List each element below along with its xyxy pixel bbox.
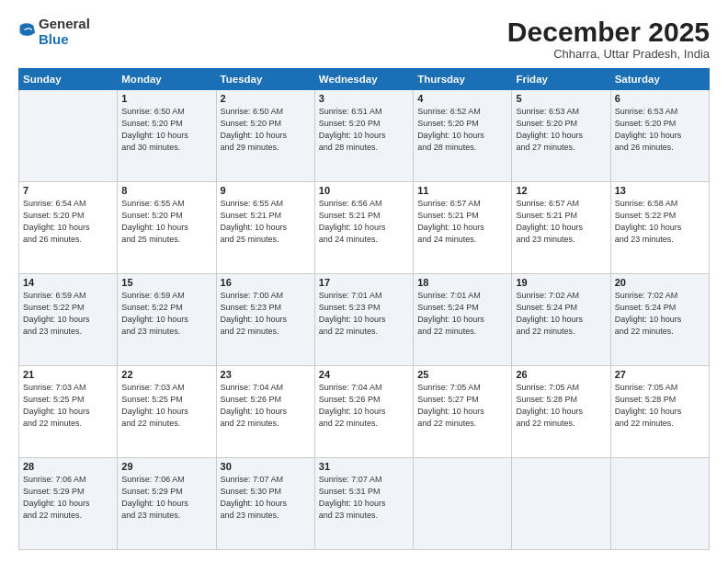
table-row: 27Sunrise: 7:05 AM Sunset: 5:28 PM Dayli… — [610, 366, 709, 458]
day-info: Sunrise: 7:06 AM Sunset: 5:29 PM Dayligh… — [121, 474, 211, 522]
day-number: 11 — [417, 185, 507, 196]
day-number: 15 — [121, 277, 211, 288]
col-sunday: Sunday — [19, 69, 118, 90]
col-tuesday: Tuesday — [216, 69, 314, 90]
day-info: Sunrise: 6:50 AM Sunset: 5:20 PM Dayligh… — [121, 106, 211, 154]
table-row: 2Sunrise: 6:50 AM Sunset: 5:20 PM Daylig… — [216, 90, 314, 182]
day-info: Sunrise: 6:50 AM Sunset: 5:20 PM Dayligh… — [221, 106, 311, 154]
day-info: Sunrise: 7:05 AM Sunset: 5:28 PM Dayligh… — [516, 382, 606, 430]
table-row: 14Sunrise: 6:59 AM Sunset: 5:22 PM Dayli… — [19, 274, 118, 366]
table-row: 18Sunrise: 7:01 AM Sunset: 5:24 PM Dayli… — [414, 274, 512, 366]
day-number: 29 — [121, 461, 211, 472]
day-number: 18 — [417, 277, 507, 288]
location-subtitle: Chharra, Uttar Pradesh, India — [507, 47, 710, 61]
logo: General Blue — [18, 17, 90, 47]
day-info: Sunrise: 6:59 AM Sunset: 5:22 PM Dayligh… — [121, 290, 211, 338]
header: General Blue December 2025 Chharra, Utta… — [18, 17, 710, 61]
day-info: Sunrise: 6:57 AM Sunset: 5:21 PM Dayligh… — [516, 198, 606, 246]
table-row: 7Sunrise: 6:54 AM Sunset: 5:20 PM Daylig… — [19, 182, 118, 274]
table-row: 28Sunrise: 7:06 AM Sunset: 5:29 PM Dayli… — [19, 458, 118, 550]
day-number: 2 — [221, 93, 311, 104]
day-info: Sunrise: 7:04 AM Sunset: 5:26 PM Dayligh… — [221, 382, 311, 430]
day-info: Sunrise: 7:01 AM Sunset: 5:23 PM Dayligh… — [319, 290, 409, 338]
day-number: 3 — [319, 93, 409, 104]
table-row: 6Sunrise: 6:53 AM Sunset: 5:20 PM Daylig… — [610, 90, 709, 182]
day-number: 1 — [121, 93, 211, 104]
day-number: 28 — [23, 461, 113, 472]
day-number: 27 — [615, 369, 705, 380]
day-info: Sunrise: 7:03 AM Sunset: 5:25 PM Dayligh… — [23, 382, 113, 430]
day-number: 9 — [221, 185, 311, 196]
col-monday: Monday — [118, 69, 216, 90]
table-row — [414, 458, 512, 550]
calendar-week-row: 21Sunrise: 7:03 AM Sunset: 5:25 PM Dayli… — [19, 366, 710, 458]
day-number: 23 — [221, 369, 311, 380]
day-info: Sunrise: 7:00 AM Sunset: 5:23 PM Dayligh… — [221, 290, 311, 338]
table-row: 26Sunrise: 7:05 AM Sunset: 5:28 PM Dayli… — [512, 366, 610, 458]
table-row: 31Sunrise: 7:07 AM Sunset: 5:31 PM Dayli… — [314, 458, 413, 550]
day-info: Sunrise: 7:03 AM Sunset: 5:25 PM Dayligh… — [121, 382, 211, 430]
header-row: Sunday Monday Tuesday Wednesday Thursday… — [19, 69, 710, 90]
day-info: Sunrise: 7:02 AM Sunset: 5:24 PM Dayligh… — [615, 290, 705, 338]
day-number: 25 — [417, 369, 507, 380]
day-info: Sunrise: 6:53 AM Sunset: 5:20 PM Dayligh… — [615, 106, 705, 154]
table-row: 30Sunrise: 7:07 AM Sunset: 5:30 PM Dayli… — [216, 458, 314, 550]
day-number: 16 — [221, 277, 311, 288]
table-row: 16Sunrise: 7:00 AM Sunset: 5:23 PM Dayli… — [216, 274, 314, 366]
day-number: 13 — [615, 185, 705, 196]
table-row: 11Sunrise: 6:57 AM Sunset: 5:21 PM Dayli… — [414, 182, 512, 274]
table-row — [610, 458, 709, 550]
day-number: 21 — [23, 369, 113, 380]
day-info: Sunrise: 6:53 AM Sunset: 5:20 PM Dayligh… — [516, 106, 606, 154]
col-wednesday: Wednesday — [314, 69, 413, 90]
table-row: 4Sunrise: 6:52 AM Sunset: 5:20 PM Daylig… — [414, 90, 512, 182]
day-number: 22 — [121, 369, 211, 380]
calendar-week-row: 7Sunrise: 6:54 AM Sunset: 5:20 PM Daylig… — [19, 182, 710, 274]
table-row: 13Sunrise: 6:58 AM Sunset: 5:22 PM Dayli… — [610, 182, 709, 274]
col-thursday: Thursday — [414, 69, 512, 90]
day-info: Sunrise: 7:04 AM Sunset: 5:26 PM Dayligh… — [319, 382, 409, 430]
title-block: December 2025 Chharra, Uttar Pradesh, In… — [507, 17, 710, 61]
day-info: Sunrise: 7:07 AM Sunset: 5:30 PM Dayligh… — [221, 474, 311, 522]
table-row: 10Sunrise: 6:56 AM Sunset: 5:21 PM Dayli… — [314, 182, 413, 274]
day-info: Sunrise: 7:05 AM Sunset: 5:28 PM Dayligh… — [615, 382, 705, 430]
day-number: 19 — [516, 277, 606, 288]
table-row: 3Sunrise: 6:51 AM Sunset: 5:20 PM Daylig… — [314, 90, 413, 182]
day-info: Sunrise: 6:58 AM Sunset: 5:22 PM Dayligh… — [615, 198, 705, 246]
logo-icon — [18, 22, 35, 42]
calendar-week-row: 14Sunrise: 6:59 AM Sunset: 5:22 PM Dayli… — [19, 274, 710, 366]
calendar-week-row: 1Sunrise: 6:50 AM Sunset: 5:20 PM Daylig… — [19, 90, 710, 182]
table-row — [512, 458, 610, 550]
day-info: Sunrise: 6:57 AM Sunset: 5:21 PM Dayligh… — [417, 198, 507, 246]
day-number: 5 — [516, 93, 606, 104]
day-number: 31 — [319, 461, 409, 472]
table-row: 23Sunrise: 7:04 AM Sunset: 5:26 PM Dayli… — [216, 366, 314, 458]
table-row: 29Sunrise: 7:06 AM Sunset: 5:29 PM Dayli… — [118, 458, 216, 550]
table-row: 20Sunrise: 7:02 AM Sunset: 5:24 PM Dayli… — [610, 274, 709, 366]
table-row: 25Sunrise: 7:05 AM Sunset: 5:27 PM Dayli… — [414, 366, 512, 458]
table-row — [19, 90, 118, 182]
col-friday: Friday — [512, 69, 610, 90]
table-row: 12Sunrise: 6:57 AM Sunset: 5:21 PM Dayli… — [512, 182, 610, 274]
table-row: 24Sunrise: 7:04 AM Sunset: 5:26 PM Dayli… — [314, 366, 413, 458]
day-info: Sunrise: 6:51 AM Sunset: 5:20 PM Dayligh… — [319, 106, 409, 154]
table-row: 19Sunrise: 7:02 AM Sunset: 5:24 PM Dayli… — [512, 274, 610, 366]
day-number: 8 — [121, 185, 211, 196]
day-number: 26 — [516, 369, 606, 380]
day-info: Sunrise: 6:55 AM Sunset: 5:20 PM Dayligh… — [121, 198, 211, 246]
day-info: Sunrise: 7:05 AM Sunset: 5:27 PM Dayligh… — [417, 382, 507, 430]
day-number: 20 — [615, 277, 705, 288]
page: General Blue December 2025 Chharra, Utta… — [0, 0, 728, 563]
table-row: 9Sunrise: 6:55 AM Sunset: 5:21 PM Daylig… — [216, 182, 314, 274]
logo-text: General Blue — [39, 17, 90, 47]
day-info: Sunrise: 6:54 AM Sunset: 5:20 PM Dayligh… — [23, 198, 113, 246]
day-number: 4 — [417, 93, 507, 104]
calendar-week-row: 28Sunrise: 7:06 AM Sunset: 5:29 PM Dayli… — [19, 458, 710, 550]
day-number: 12 — [516, 185, 606, 196]
day-info: Sunrise: 7:06 AM Sunset: 5:29 PM Dayligh… — [23, 474, 113, 522]
table-row: 17Sunrise: 7:01 AM Sunset: 5:23 PM Dayli… — [314, 274, 413, 366]
month-title: December 2025 — [507, 17, 710, 47]
day-number: 10 — [319, 185, 409, 196]
table-row: 15Sunrise: 6:59 AM Sunset: 5:22 PM Dayli… — [118, 274, 216, 366]
day-info: Sunrise: 6:59 AM Sunset: 5:22 PM Dayligh… — [23, 290, 113, 338]
